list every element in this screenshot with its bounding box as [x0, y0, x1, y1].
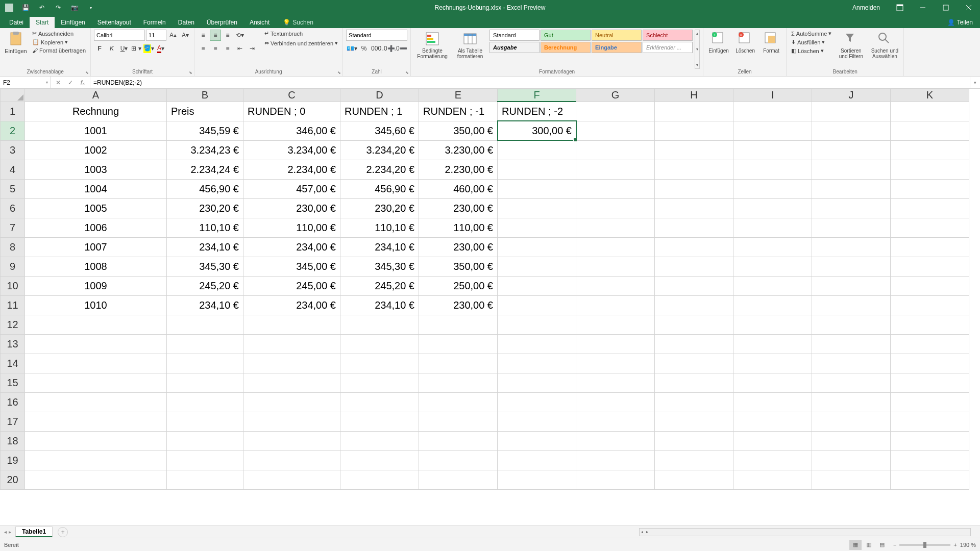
autosum-button[interactable]: ΣAutoSumme ▾	[790, 30, 833, 37]
cell-G1[interactable]	[576, 102, 655, 121]
cell-D19[interactable]	[340, 450, 419, 470]
tab-start[interactable]: Start	[30, 17, 55, 28]
styles-gallery-more[interactable]: ▴▾▾	[695, 30, 700, 69]
col-header-B[interactable]: B	[167, 89, 243, 102]
cell-K10[interactable]	[891, 276, 969, 295]
cell-J13[interactable]	[812, 334, 891, 354]
row-header-18[interactable]: 18	[1, 431, 25, 450]
cell-G9[interactable]	[576, 257, 655, 276]
cell-D8[interactable]: 234,10 €	[340, 237, 419, 257]
cell-E17[interactable]	[419, 412, 498, 431]
cell-C8[interactable]: 234,00 €	[243, 237, 340, 257]
cell-B19[interactable]	[167, 450, 243, 470]
cell-F9[interactable]	[498, 257, 576, 276]
formula-input[interactable]: =RUNDEN(B2;-2)	[90, 77, 970, 88]
cell-I2[interactable]	[733, 121, 812, 140]
clear-button[interactable]: ◧Löschen ▾	[790, 47, 833, 55]
cell-C4[interactable]: 2.234,00 €	[243, 160, 340, 179]
cell-D18[interactable]	[340, 431, 419, 450]
sheet-nav-last-icon[interactable]: ▸	[9, 529, 11, 535]
col-header-E[interactable]: E	[419, 89, 498, 102]
cell-B1[interactable]: Preis	[167, 102, 243, 121]
align-middle-button[interactable]: ≡	[210, 30, 221, 41]
cell-D13[interactable]	[340, 334, 419, 354]
row-header-7[interactable]: 7	[1, 218, 25, 237]
cell-J9[interactable]	[812, 257, 891, 276]
redo-icon[interactable]: ↷	[53, 3, 63, 13]
font-color-button[interactable]: A▾	[155, 43, 166, 54]
cell-G15[interactable]	[576, 373, 655, 392]
cell-B13[interactable]	[167, 334, 243, 354]
col-header-I[interactable]: I	[733, 89, 812, 102]
cell-F17[interactable]	[498, 412, 576, 431]
cell-K4[interactable]	[891, 160, 969, 179]
cell-J5[interactable]	[812, 179, 891, 198]
cell-H7[interactable]	[655, 218, 733, 237]
col-header-F[interactable]: F	[498, 89, 576, 102]
cell-K18[interactable]	[891, 431, 969, 450]
wrap-text-button[interactable]: ↵Textumbruch	[263, 30, 339, 37]
row-header-4[interactable]: 4	[1, 160, 25, 179]
cell-C15[interactable]	[243, 373, 340, 392]
undo-icon[interactable]: ↶	[37, 3, 47, 13]
tab-formeln[interactable]: Formeln	[137, 17, 172, 28]
enter-formula-icon[interactable]: ✓	[65, 79, 76, 86]
maximize-button[interactable]	[934, 0, 957, 15]
cell-I15[interactable]	[733, 373, 812, 392]
style-ausgabe[interactable]: Ausgabe	[489, 42, 540, 53]
cell-E14[interactable]	[419, 354, 498, 373]
cell-H20[interactable]	[655, 470, 733, 489]
fill-button[interactable]: ⬇Ausfüllen ▾	[790, 38, 833, 46]
cell-B3[interactable]: 3.234,23 €	[167, 140, 243, 160]
cell-G11[interactable]	[576, 295, 655, 315]
row-header-2[interactable]: 2	[1, 121, 25, 140]
cell-A2[interactable]: 1001	[25, 121, 167, 140]
align-bottom-button[interactable]: ≡	[222, 30, 233, 41]
cell-C16[interactable]	[243, 392, 340, 412]
cell-B9[interactable]: 345,30 €	[167, 257, 243, 276]
cell-K8[interactable]	[891, 237, 969, 257]
cell-B7[interactable]: 110,10 €	[167, 218, 243, 237]
cell-H1[interactable]	[655, 102, 733, 121]
tab-seitenlayout[interactable]: Seitenlayout	[91, 17, 137, 28]
col-header-H[interactable]: H	[655, 89, 733, 102]
cell-B8[interactable]: 234,10 €	[167, 237, 243, 257]
cancel-formula-icon[interactable]: ✕	[53, 79, 63, 86]
col-header-K[interactable]: K	[891, 89, 969, 102]
cell-H15[interactable]	[655, 373, 733, 392]
cell-H9[interactable]	[655, 257, 733, 276]
font-launcher-icon[interactable]: ⬊	[189, 70, 192, 75]
cell-F16[interactable]	[498, 392, 576, 412]
cell-E2[interactable]: 350,00 €	[419, 121, 498, 140]
cell-F3[interactable]	[498, 140, 576, 160]
bold-button[interactable]: F	[94, 43, 105, 54]
style-eingabe[interactable]: Eingabe	[592, 42, 642, 53]
merge-center-button[interactable]: ⇔Verbinden und zentrieren ▾	[263, 39, 339, 47]
format-painter-button[interactable]: 🖌Format übertragen	[31, 47, 87, 54]
horizontal-scrollbar[interactable]	[639, 528, 971, 536]
cell-K3[interactable]	[891, 140, 969, 160]
sort-filter-button[interactable]: Sortieren und Filtern	[835, 30, 867, 69]
cell-E3[interactable]: 3.230,00 €	[419, 140, 498, 160]
cell-H4[interactable]	[655, 160, 733, 179]
row-header-9[interactable]: 9	[1, 257, 25, 276]
cell-K1[interactable]	[891, 102, 969, 121]
cell-C14[interactable]	[243, 354, 340, 373]
cell-F6[interactable]	[498, 198, 576, 218]
cell-H2[interactable]	[655, 121, 733, 140]
tab-daten[interactable]: Daten	[172, 17, 201, 28]
cell-J4[interactable]	[812, 160, 891, 179]
row-header-3[interactable]: 3	[1, 140, 25, 160]
cell-A20[interactable]	[25, 470, 167, 489]
align-center-button[interactable]: ≡	[210, 43, 221, 54]
row-header-20[interactable]: 20	[1, 470, 25, 489]
decrease-font-button[interactable]: A▾	[180, 30, 191, 41]
cell-A7[interactable]: 1006	[25, 218, 167, 237]
row-header-8[interactable]: 8	[1, 237, 25, 257]
cell-F11[interactable]	[498, 295, 576, 315]
cell-D20[interactable]	[340, 470, 419, 489]
cell-C13[interactable]	[243, 334, 340, 354]
decrease-decimal-button[interactable]: .0➖	[395, 43, 406, 54]
style-schlecht[interactable]: Schlecht	[643, 30, 693, 41]
cell-I19[interactable]	[733, 450, 812, 470]
